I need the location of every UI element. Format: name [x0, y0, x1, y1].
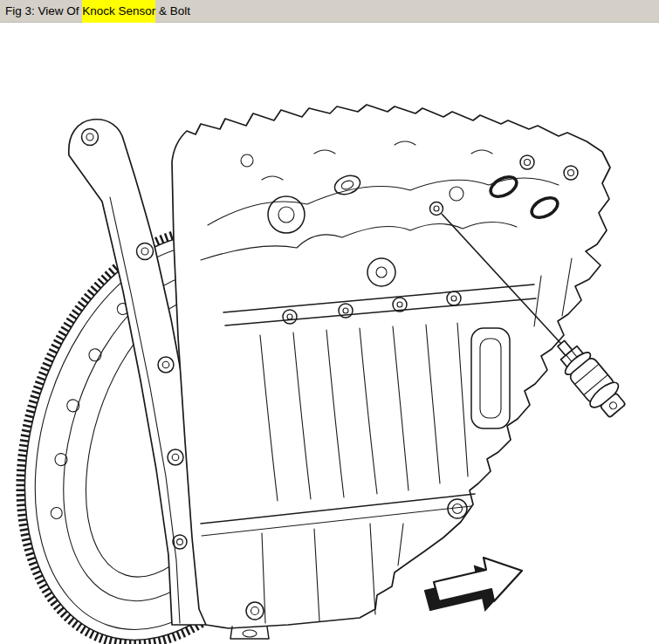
page: { "header": { "title_prefix": "Fig 3: Vi…	[0, 0, 659, 644]
direction-arrow	[425, 558, 522, 610]
figure-canvas	[0, 23, 659, 644]
caption-prefix: Fig 3: View Of	[5, 0, 82, 23]
figure-caption-bar: Fig 3: View Of Knock Sensor & Bolt	[0, 0, 659, 23]
engine-diagram	[0, 23, 659, 644]
knock-sensor	[547, 332, 631, 422]
caption-highlighted-term: Knock Sensor	[82, 0, 155, 23]
engine-block	[172, 105, 610, 639]
caption-suffix: & Bolt	[155, 0, 190, 23]
